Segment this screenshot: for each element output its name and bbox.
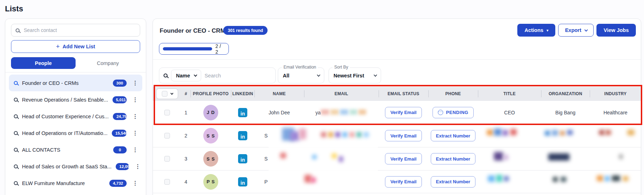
row-checkbox[interactable] <box>164 156 170 162</box>
verify-email-label: Verify Email <box>390 179 417 184</box>
list-item-label: Revenue Operations / Sales Enable... <box>22 97 108 103</box>
list-title: Founder or CEO - CRMs <box>160 27 229 34</box>
row-index: 3 <box>181 147 191 170</box>
phone-pending-button[interactable]: ···PENDING <box>433 107 474 118</box>
kebab-menu-icon[interactable]: ⋮ <box>131 80 139 86</box>
extract-number-button[interactable]: Extract Number <box>431 153 476 164</box>
sidebar-list-item-all-contacts[interactable]: ALL CONTACTS 0 ⋮ <box>9 141 142 158</box>
verify-email-button[interactable]: Verify Email <box>385 176 422 188</box>
kebab-menu-icon[interactable]: ⋮ <box>131 96 139 103</box>
extract-number-label: Extract Number <box>436 156 470 162</box>
list-item-label: Head of Sales or Growth at SaaS Sta... <box>22 164 111 169</box>
row-index: 1 <box>181 101 191 124</box>
search-icon <box>14 181 18 185</box>
sidebar-list-item-head-of-customer-experience[interactable]: Head of Customer Experience / Cus... 24,… <box>9 108 142 125</box>
add-new-list-label: Add New List <box>62 44 95 49</box>
table-row: 2 S S in S Verify Email Extract Number <box>153 124 641 147</box>
select-all-checkbox[interactable] <box>162 91 167 97</box>
sidebar-list-item-elw-furniture[interactable]: ELW Furniture Manufacture 4,732 ⋮ <box>9 175 142 191</box>
search-field-select[interactable]: Name <box>171 70 201 81</box>
linkedin-icon[interactable]: in <box>238 154 247 163</box>
contact-title <box>478 147 541 170</box>
column-header-linkedin: LINKEDIN <box>231 87 254 101</box>
count-badge: 15,548 <box>112 130 127 137</box>
actions-button[interactable]: Actions ▾ <box>517 24 555 37</box>
extract-number-button[interactable]: Extract Number <box>431 130 476 141</box>
contact-organization <box>541 147 590 170</box>
sort-by-label: Sort By <box>332 65 350 70</box>
kebab-menu-icon[interactable]: ⋮ <box>133 163 142 170</box>
email-verification-value: All <box>283 73 290 78</box>
sidebar-list-item-head-of-operations[interactable]: Head of Operations or IT/Automatio... 15… <box>9 125 142 141</box>
pending-label: PENDING <box>446 110 468 115</box>
count-badge: 300 <box>113 80 127 87</box>
add-new-list-button[interactable]: + Add New List <box>11 40 140 53</box>
list-item-label: Head of Customer Experience / Cus... <box>22 114 109 119</box>
select-all-cell <box>153 87 181 101</box>
count-badge: 0 <box>113 146 127 153</box>
tab-company[interactable]: Company <box>76 57 140 69</box>
column-header-profile-photo: PROFILE PHOTO <box>191 87 231 101</box>
verify-email-button[interactable]: Verify Email <box>385 153 422 164</box>
row-checkbox[interactable] <box>164 133 170 139</box>
sidebar-list-item-revenue-operations[interactable]: Revenue Operations / Sales Enable... 5,0… <box>9 91 142 108</box>
enrichment-progress: 2 / 2 <box>159 43 229 55</box>
tab-people[interactable]: People <box>11 57 76 69</box>
search-icon <box>14 81 18 85</box>
divider <box>153 59 641 60</box>
table-search-input[interactable] <box>205 73 271 78</box>
view-jobs-label: View Jobs <box>604 27 629 33</box>
contact-organization <box>541 170 590 193</box>
column-header-industry: INDUSTRY <box>590 87 641 101</box>
linkedin-icon[interactable]: in <box>238 108 247 117</box>
contact-industry: Healthcare <box>590 101 641 124</box>
redacted-email <box>321 109 367 116</box>
table-row: 3 S S in S Verify Email Extract Number <box>153 147 641 170</box>
progress-label: 2 / 2 <box>215 43 225 55</box>
email-visible-text: ya <box>315 110 321 115</box>
page-title: Lists <box>5 4 23 13</box>
search-icon <box>14 114 18 118</box>
list-item-label: Founder or CEO - CRMs <box>22 80 79 86</box>
sidebar-list-item-founder-or-ceo-crms[interactable]: Founder or CEO - CRMs 300 ⋮ <box>9 75 142 91</box>
verify-email-button[interactable]: Verify Email <box>385 130 422 141</box>
row-index: 2 <box>181 124 191 147</box>
chevron-down-icon: ▾ <box>546 28 548 32</box>
search-icon <box>14 98 18 102</box>
verify-email-label: Verify Email <box>390 110 417 115</box>
chevron-down-icon <box>193 73 197 77</box>
linkedin-icon[interactable]: in <box>238 177 247 186</box>
column-header-email-status: EMAIL STATUS <box>379 87 428 101</box>
select-all-control[interactable] <box>156 88 178 99</box>
kebab-menu-icon[interactable]: ⋮ <box>131 146 139 153</box>
export-button[interactable]: Export <box>558 24 594 37</box>
kebab-menu-icon[interactable]: ⋮ <box>131 130 139 136</box>
row-checkbox[interactable] <box>164 110 170 115</box>
avatar: S S <box>203 151 218 167</box>
contact-search-box[interactable] <box>11 24 140 37</box>
row-checkbox[interactable] <box>164 179 170 185</box>
linkedin-icon[interactable]: in <box>238 131 247 140</box>
column-header-email: EMAIL <box>304 87 379 101</box>
kebab-menu-icon[interactable]: ⋮ <box>131 180 139 186</box>
table-header-row: # PROFILE PHOTO LINKEDIN NAME EMAIL EMAI… <box>153 87 641 101</box>
view-jobs-button[interactable]: View Jobs <box>596 24 636 37</box>
chevron-down-icon <box>317 73 320 77</box>
verify-email-label: Verify Email <box>390 133 417 139</box>
list-item-label: ALL CONTACTS <box>22 147 60 153</box>
email-verification-filter[interactable]: Email Verification All <box>278 67 324 83</box>
contact-industry <box>590 170 641 193</box>
extract-number-button[interactable]: Extract Number <box>431 176 476 188</box>
verify-email-button[interactable]: Verify Email <box>385 107 422 118</box>
verify-email-label: Verify Email <box>390 156 417 162</box>
search-contact-input[interactable] <box>24 27 136 33</box>
search-icon <box>14 131 18 135</box>
sidebar-list-item-head-of-sales[interactable]: Head of Sales or Growth at SaaS Sta... 1… <box>9 158 142 175</box>
extract-number-label: Extract Number <box>436 133 470 139</box>
contact-email <box>304 124 379 147</box>
search-icon <box>16 28 20 32</box>
count-badge: 4,732 <box>109 180 127 187</box>
kebab-menu-icon[interactable]: ⋮ <box>131 113 139 120</box>
sidebar: + Add New List People Company Founder or… <box>5 18 146 195</box>
sort-by-filter[interactable]: Sort By Newest First <box>329 67 381 83</box>
